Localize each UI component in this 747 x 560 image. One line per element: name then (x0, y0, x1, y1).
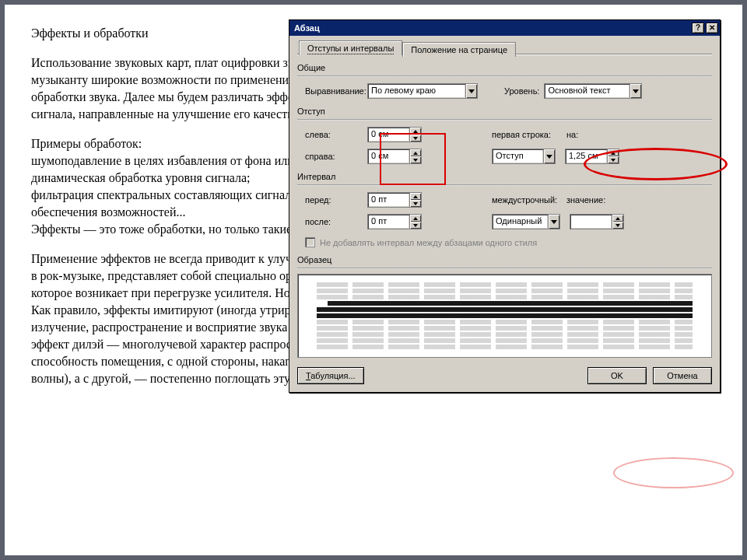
chevron-down-icon[interactable] (465, 83, 478, 99)
indent-right-label: справа: (297, 152, 367, 161)
space-after-label: после: (297, 217, 367, 226)
group-label: Образец (297, 255, 712, 264)
first-line-value: Отступ (492, 149, 543, 164)
spin-down-icon[interactable] (410, 200, 421, 207)
group-label: Общие (297, 63, 712, 72)
alignment-value: По левому краю (367, 83, 465, 99)
tab-indents-spacing[interactable]: Отступы и интервалы (299, 40, 402, 55)
group-sample: Образец (297, 255, 712, 358)
level-select[interactable]: Основной текст (544, 83, 642, 99)
line-spacing-select[interactable]: Одинарный (492, 214, 560, 229)
group-label: Интервал (297, 172, 712, 181)
space-before-spinner[interactable]: 0 пт (367, 192, 422, 208)
group-spacing: Интервал перед: 0 пт междустрочный: знач… (297, 172, 712, 247)
spin-up-icon[interactable] (612, 215, 623, 222)
close-button[interactable]: ✕ (706, 23, 718, 33)
checkbox-icon (305, 237, 315, 247)
indent-left-spinner[interactable]: 0 см (367, 127, 422, 142)
group-common: Общие Выравнивание: По левому краю Урове… (297, 63, 712, 99)
first-line-label: первая строка: (492, 130, 562, 139)
group-indent: Отступ слева: 0 см первая строка: на: сп… (297, 107, 712, 164)
indent-right-spinner[interactable]: 0 см (367, 149, 422, 164)
by-label: на: (566, 130, 598, 139)
line-spacing-value: Одинарный (492, 214, 548, 229)
space-after-spinner[interactable]: 0 пт (367, 214, 422, 229)
chevron-down-icon[interactable] (630, 83, 642, 99)
spin-down-icon[interactable] (612, 222, 623, 229)
checkbox-label: Не добавлять интервал между абзацами одн… (320, 238, 537, 247)
alignment-select[interactable]: По левому краю (367, 83, 478, 99)
level-label: Уровень: (504, 86, 539, 96)
dialog-tabs: Отступы и интервалы Положение на страниц… (297, 40, 712, 55)
sample-preview (297, 274, 712, 358)
group-label: Отступ (297, 107, 712, 116)
dialog-titlebar[interactable]: Абзац ? ✕ (289, 20, 720, 36)
paragraph-dialog: Абзац ? ✕ Отступы и интервалы Положение … (289, 19, 721, 393)
space-before-label: перед: (297, 195, 367, 205)
no-add-space-checkbox: Не добавлять интервал между абзацами одн… (305, 237, 712, 247)
chevron-down-icon[interactable] (543, 149, 556, 164)
chevron-down-icon[interactable] (548, 214, 560, 229)
spin-up-icon[interactable] (608, 149, 619, 156)
line-spacing-at-spinner[interactable] (570, 214, 624, 229)
spin-down-icon[interactable] (608, 156, 619, 163)
help-button[interactable]: ? (692, 23, 704, 33)
spin-up-icon[interactable] (410, 149, 421, 156)
first-line-select[interactable]: Отступ (492, 149, 556, 164)
tab-page-position[interactable]: Положение на странице (402, 42, 516, 57)
tabulation-button[interactable]: Табуляция... (297, 367, 364, 384)
level-value: Основной текст (544, 83, 630, 99)
line-spacing-label: междустрочный: (492, 195, 562, 205)
spin-up-icon[interactable] (410, 193, 421, 200)
ok-button[interactable]: OK (587, 367, 647, 384)
indent-left-label: слева: (297, 130, 367, 139)
spin-down-icon[interactable] (410, 135, 421, 142)
spin-down-icon[interactable] (410, 156, 421, 163)
alignment-label: Выравнивание: (297, 86, 367, 96)
spin-up-icon[interactable] (410, 215, 421, 222)
dialog-title: Абзац (294, 23, 320, 33)
at-label: значение: (566, 195, 610, 205)
cancel-button[interactable]: Отмена (653, 367, 712, 384)
spin-up-icon[interactable] (410, 128, 421, 135)
first-line-by-spinner[interactable]: 1,25 см (565, 149, 619, 164)
spin-down-icon[interactable] (410, 222, 421, 229)
